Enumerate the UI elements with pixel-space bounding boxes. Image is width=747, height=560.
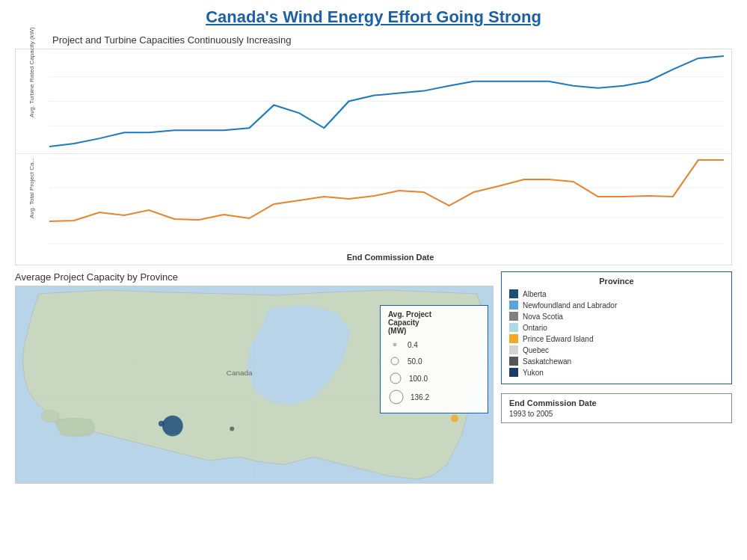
legend-label-nl: Newfoundland and Labrador (523, 301, 617, 310)
bubble-item-2: 50.0 (388, 354, 480, 368)
legend-label-alberta: Alberta (523, 290, 547, 298)
top-chart-svg: 3K 2K 1K 0K (49, 53, 724, 150)
legend-panel: Province Alberta Newfoundland and Labrad… (501, 271, 732, 488)
legend-label-yt: Yukon (523, 369, 544, 377)
svg-point-36 (162, 416, 183, 437)
chart-subtitle: Project and Turbine Capacities Continuou… (52, 34, 732, 46)
dual-chart-container: Avg. Turbine Rated Capacity (kW) 3K 2K 1… (15, 49, 732, 265)
legend-label-on: Ontario (523, 324, 547, 332)
svg-point-48 (390, 373, 401, 384)
legend-color-ns (509, 312, 518, 321)
province-legend-box: Province Alberta Newfoundland and Labrad… (501, 271, 732, 384)
bubble-item-3: 100.0 (388, 371, 480, 386)
legend-color-nl (509, 301, 518, 310)
svg-point-49 (390, 390, 403, 404)
legend-color-pei (509, 334, 518, 343)
bubble-icon-small (388, 354, 402, 368)
legend-color-qc (509, 345, 518, 354)
bubble-icon-tiny (388, 338, 402, 351)
date-filter-title: End Commission Date (509, 399, 724, 407)
svg-point-38 (230, 427, 234, 431)
bubble-item-4: 136.2 (388, 389, 480, 405)
map-svg: Canada Avg. ProjectCapacity(MW) 0.4 (15, 286, 494, 484)
bottom-chart-svg-container: 200 100 0 1992 1994 1996 1998 2000 2002 … (49, 158, 724, 247)
date-filter-box: End Commission Date 1993 to 2005 (501, 393, 732, 423)
svg-point-47 (391, 357, 399, 365)
bubble-label-4: 136.2 (411, 393, 429, 401)
bubble-item-1: 0.4 (388, 338, 480, 351)
top-chart-svg-container: 3K 2K 1K 0K (49, 53, 724, 150)
y-axis-bottom-label: Avg. Total Project Ca... (28, 187, 35, 218)
svg-point-46 (393, 343, 396, 346)
map-subtitle: Average Project Capacity by Province (15, 271, 494, 283)
legend-label-sk: Saskatchewan (523, 357, 571, 366)
bottom-section: Average Project Capacity by Province (0, 265, 747, 488)
y-axis-top-label: Avg. Turbine Rated Capacity (kW) (28, 86, 35, 117)
bubble-icon-large (388, 389, 405, 405)
bottom-chart-area: Avg. Total Project Ca... 200 100 0 1992 … (16, 154, 731, 251)
legend-color-sk (509, 357, 518, 366)
legend-color-alberta (509, 289, 518, 298)
legend-color-yt (509, 368, 518, 377)
bubble-icon-medium (388, 371, 403, 386)
province-legend-title: Province (509, 277, 724, 286)
legend-label-qc: Quebec (523, 346, 549, 354)
svg-point-37 (159, 421, 165, 427)
svg-text:Canada: Canada (227, 369, 253, 377)
bubble-label-2: 50.0 (408, 357, 422, 366)
bubble-legend-box: Avg. ProjectCapacity(MW) 0.4 50.0 (380, 305, 488, 413)
bottom-chart-svg: 200 100 0 1992 1994 1996 1998 2000 2002 … (49, 158, 724, 247)
legend-label-ns: Nova Scotia (523, 313, 563, 321)
map-container: Average Project Capacity by Province (15, 271, 494, 488)
x-axis-label: End Commission Date (16, 251, 731, 265)
legend-item-alberta: Alberta (509, 289, 724, 298)
legend-item-on: Ontario (509, 323, 724, 332)
svg-point-35 (451, 415, 458, 422)
date-filter-value: 1993 to 2005 (509, 410, 724, 418)
legend-item-ns: Nova Scotia (509, 312, 724, 321)
legend-label-pei: Prince Edward Island (523, 335, 594, 343)
legend-item-yt: Yukon (509, 368, 724, 377)
chart-section: Project and Turbine Capacities Continuou… (0, 31, 747, 265)
legend-item-sk: Saskatchewan (509, 357, 724, 366)
svg-point-34 (41, 410, 59, 422)
page-title: Canada's Wind Energy Effort Going Strong (0, 0, 747, 31)
bubble-label-3: 100.0 (409, 375, 428, 383)
bubble-legend-title: Avg. ProjectCapacity(MW) (388, 310, 480, 335)
top-chart-area: Avg. Turbine Rated Capacity (kW) 3K 2K 1… (16, 49, 731, 154)
bubble-label-1: 0.4 (408, 341, 418, 349)
legend-item-pei: Prince Edward Island (509, 334, 724, 343)
legend-item-nl: Newfoundland and Labrador (509, 301, 724, 310)
legend-color-on (509, 323, 518, 332)
legend-item-qc: Quebec (509, 345, 724, 354)
